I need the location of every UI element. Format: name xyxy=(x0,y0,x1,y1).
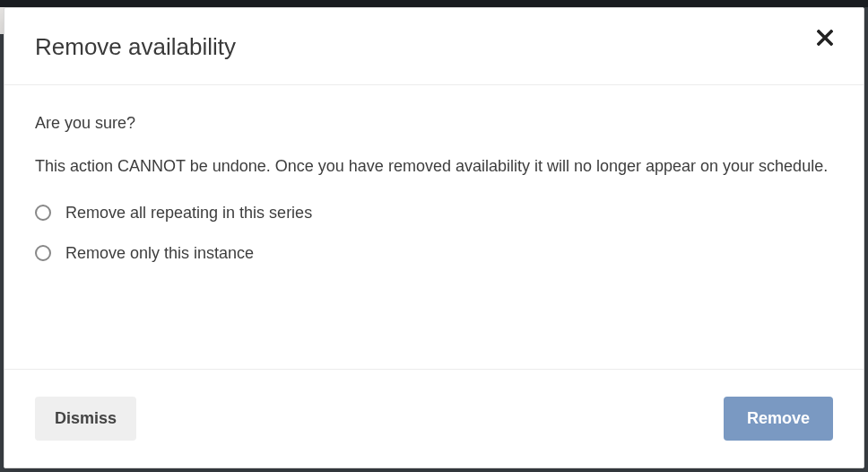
modal-title: Remove availability xyxy=(35,33,236,61)
modal-header: Remove availability xyxy=(4,8,864,85)
radio-icon xyxy=(35,205,51,221)
confirm-description: This action CANNOT be undone. Once you h… xyxy=(35,153,833,180)
close-icon xyxy=(817,30,833,46)
radio-option-series[interactable]: Remove all repeating in this series xyxy=(35,204,833,223)
modal-body: Are you sure? This action CANNOT be undo… xyxy=(4,85,864,369)
confirm-question: Are you sure? xyxy=(35,114,833,133)
modal-footer: Dismiss Remove xyxy=(4,369,864,468)
remove-availability-modal: Remove availability Are you sure? This a… xyxy=(4,7,864,468)
remove-button[interactable]: Remove xyxy=(724,397,833,441)
close-button[interactable] xyxy=(815,28,835,48)
radio-label-series: Remove all repeating in this series xyxy=(65,204,312,223)
radio-icon xyxy=(35,245,51,261)
remove-scope-radio-group: Remove all repeating in this series Remo… xyxy=(35,204,833,263)
dismiss-button[interactable]: Dismiss xyxy=(35,397,136,441)
radio-label-instance: Remove only this instance xyxy=(65,244,254,263)
radio-option-instance[interactable]: Remove only this instance xyxy=(35,244,833,263)
background-top-strip xyxy=(0,0,868,7)
